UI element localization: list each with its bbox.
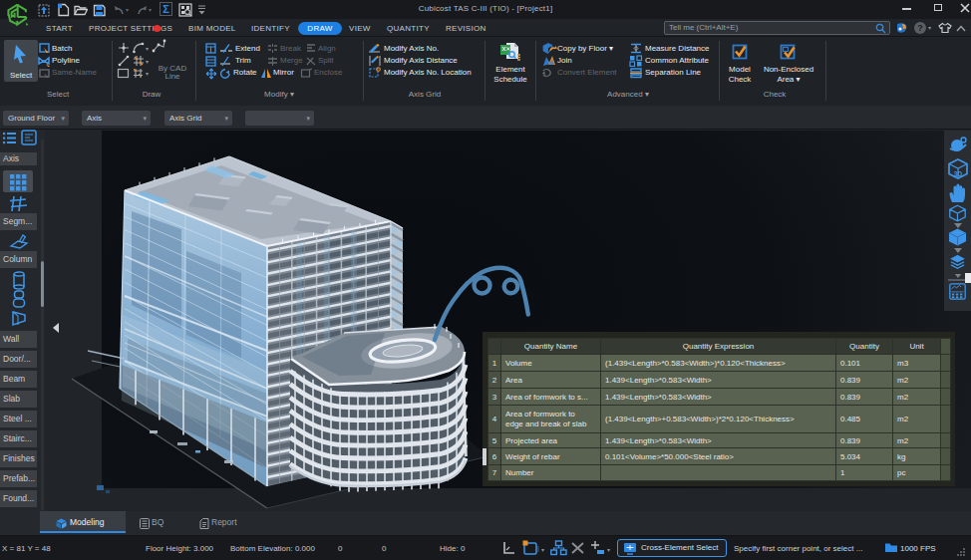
svg-text:3D: 3D bbox=[954, 170, 963, 177]
